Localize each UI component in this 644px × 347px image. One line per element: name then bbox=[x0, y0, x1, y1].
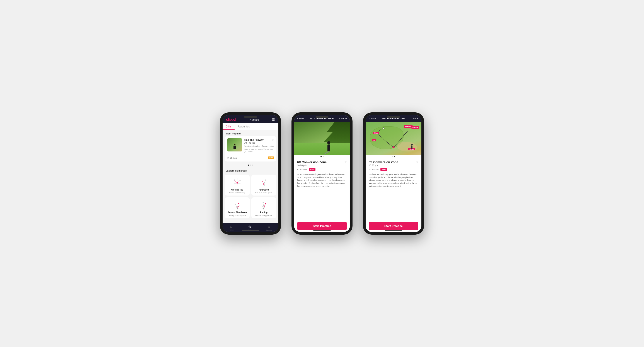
phone3-cancel-button[interactable]: Cancel bbox=[411, 117, 418, 120]
putting-icon bbox=[258, 199, 269, 210]
image-dots bbox=[294, 155, 350, 158]
dot-2 bbox=[250, 165, 251, 166]
carousel-dots bbox=[222, 163, 278, 167]
phone3-clock-icon: ⏱ bbox=[369, 168, 370, 171]
drill-description: 20 shots are randomly generated at dista… bbox=[297, 173, 347, 188]
shots-count: ⏱ 10 shots bbox=[227, 157, 237, 159]
clock-icon: ⏱ bbox=[227, 157, 229, 159]
start-practice-button[interactable]: Start Practice bbox=[297, 222, 347, 230]
tab-favourites[interactable]: Favourites bbox=[234, 123, 253, 130]
svg-point-30 bbox=[392, 146, 394, 148]
map-background: FAIRWAY ROUGH Miss Hit SAND bbox=[366, 122, 422, 155]
phone3-arg-badge: ARG bbox=[380, 168, 387, 171]
svg-line-3 bbox=[234, 180, 237, 183]
photo-background bbox=[294, 122, 350, 155]
phone3-favourite-icon[interactable]: ☆ bbox=[416, 160, 418, 163]
phone3-drill-meta: ⏱ 20 shots ARG bbox=[369, 168, 418, 171]
skill-name-atg: Around The Green bbox=[228, 211, 247, 214]
map-golfer-body bbox=[411, 146, 412, 149]
dot-1 bbox=[248, 165, 249, 166]
nav-activities-label: Activities bbox=[246, 229, 253, 231]
phone3-drill-description: 20 shots are randomly generated at dista… bbox=[369, 173, 418, 188]
phone-2: < Back 6ft Conversion Zone Cancel bbox=[292, 112, 352, 235]
phone-2-screen: < Back 6ft Conversion Zone Cancel bbox=[294, 115, 350, 232]
map-dot-2 bbox=[394, 156, 395, 157]
skill-name-ott: Off The Tee bbox=[231, 189, 243, 191]
phone3-content: 6ft Conversion Zone 10-50 yds ☆ ⏱ 20 sho… bbox=[366, 158, 422, 220]
drill-shots: ⏱ 20 shots bbox=[297, 168, 307, 171]
phone1-header: clippd Practice ☰ bbox=[222, 115, 278, 123]
capture-icon: ⊕ bbox=[268, 225, 270, 229]
app-logo: clippd bbox=[226, 118, 236, 122]
card-footer: ⏱ 10 shots OTT bbox=[227, 155, 274, 159]
drill-title: 6ft Conversion Zone bbox=[297, 160, 326, 164]
skills-grid: Off The Tee Power and accuracy bbox=[222, 173, 278, 220]
drill-header: 6ft Conversion Zone 10-50 yds ☆ bbox=[297, 160, 347, 167]
phone-3: < Back 6ft Conversion Zone Cancel bbox=[363, 112, 424, 235]
drill-info: 6ft Conversion Zone 10-50 yds bbox=[297, 160, 326, 167]
skill-card-putting[interactable]: Putting Make and lag practice bbox=[251, 197, 276, 218]
nav-capture[interactable]: ⊕ Capture bbox=[266, 225, 272, 231]
arg-badge: ARG bbox=[309, 168, 316, 171]
cancel-button[interactable]: Cancel bbox=[340, 117, 347, 120]
skill-card-ott[interactable]: Off The Tee Power and accuracy bbox=[225, 175, 250, 196]
drill-image bbox=[294, 122, 350, 155]
card-title: Find The Fairway bbox=[244, 138, 264, 141]
card-image bbox=[227, 138, 242, 151]
map-golfer bbox=[411, 144, 413, 149]
phone3-drill-shots: ⏱ 20 shots bbox=[369, 168, 379, 171]
drill-card[interactable]: Find The Fairway Off The Tee ☆ Create an… bbox=[225, 136, 276, 162]
skill-card-atg[interactable]: Around The Green Hone your short game bbox=[225, 197, 250, 218]
svg-point-26 bbox=[265, 203, 266, 204]
hit-label: Hit bbox=[372, 139, 376, 141]
phone-1-screen: clippd Practice ☰ Drills Favourites Most… bbox=[222, 115, 278, 232]
skill-desc-approach: Dial-in to hit the green bbox=[255, 192, 272, 194]
svg-point-19 bbox=[238, 203, 239, 204]
ott-badge: OTT bbox=[268, 156, 274, 159]
svg-point-11 bbox=[262, 181, 263, 182]
nav-home[interactable]: ⌂ Home bbox=[229, 225, 234, 231]
phone1-content: Most Popular bbox=[222, 130, 278, 223]
atg-icon bbox=[232, 199, 243, 210]
golfer-head bbox=[327, 141, 330, 144]
header-title: Practice bbox=[249, 118, 259, 121]
phone3-drill-title: 6ft Conversion Zone bbox=[369, 160, 398, 164]
card-text: Find The Fairway Off The Tee ☆ Create an… bbox=[244, 138, 274, 153]
phone3-drill-header: 6ft Conversion Zone 10-50 yds ☆ bbox=[369, 160, 418, 167]
skill-name-approach: Approach bbox=[259, 189, 269, 191]
map-dot-1 bbox=[392, 156, 393, 157]
ground-shape bbox=[294, 143, 350, 155]
map-image: FAIRWAY ROUGH Miss Hit SAND bbox=[366, 122, 422, 155]
dot-3 bbox=[252, 165, 253, 166]
activities-icon: ⊕ bbox=[248, 225, 251, 229]
bottom-nav: ⌂ Home ⊕ Activities ⊕ Capture bbox=[222, 223, 278, 232]
skill-desc-atg: Hone your short game bbox=[228, 214, 246, 216]
golfer-body bbox=[328, 144, 330, 151]
map-golfer-head bbox=[411, 144, 413, 146]
menu-icon[interactable]: ☰ bbox=[272, 118, 275, 121]
phone-1: clippd Practice ☰ Drills Favourites Most… bbox=[220, 112, 281, 235]
svg-point-31 bbox=[383, 128, 384, 129]
favourite-icon[interactable]: ☆ bbox=[272, 138, 274, 141]
phone3-start-practice-button[interactable]: Start Practice bbox=[369, 222, 418, 230]
miss-label: Miss bbox=[373, 132, 379, 134]
phone3-drill-range: 10-50 yds bbox=[369, 164, 398, 167]
nav-activities[interactable]: ⊕ Activities bbox=[246, 225, 253, 231]
skill-desc-putting: Make and lag practice bbox=[255, 214, 272, 216]
approach-icon bbox=[258, 177, 269, 188]
phone3-back-button[interactable]: < Back bbox=[369, 117, 376, 120]
drill-clock-icon: ⏱ bbox=[297, 168, 299, 171]
drill-meta: ⏱ 20 shots ARG bbox=[297, 168, 347, 171]
drill-favourite-icon[interactable]: ☆ bbox=[344, 160, 347, 163]
nav-capture-label: Capture bbox=[266, 229, 272, 231]
phone2-title: 6ft Conversion Zone bbox=[310, 117, 334, 120]
back-button[interactable]: < Back bbox=[297, 117, 304, 120]
phone3-drill-info: 6ft Conversion Zone 10-50 yds bbox=[369, 160, 398, 167]
phone2-header: < Back 6ft Conversion Zone Cancel bbox=[294, 115, 350, 122]
skill-card-approach[interactable]: Approach Dial-in to hit the green bbox=[251, 175, 276, 196]
phone3-header: < Back 6ft Conversion Zone Cancel bbox=[366, 115, 422, 122]
tab-drills[interactable]: Drills bbox=[222, 123, 234, 130]
ott-icon bbox=[232, 177, 243, 188]
phone2-content: 6ft Conversion Zone 10-50 yds ☆ ⏱ 20 sho… bbox=[294, 158, 350, 220]
svg-line-10 bbox=[264, 180, 265, 185]
